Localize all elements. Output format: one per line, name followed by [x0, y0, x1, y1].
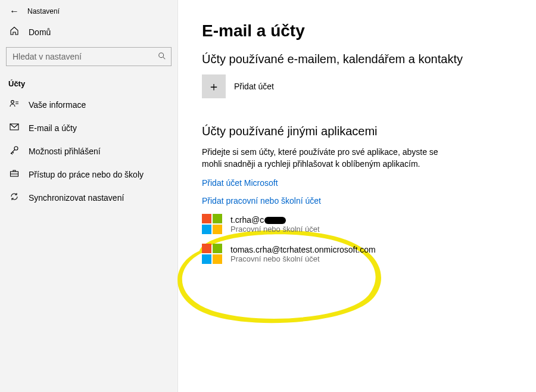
account-row[interactable]: tomas.crha@tcrhatest.onmicrosoft.com Pra… [202, 244, 512, 264]
sidebar-item-label: Synchronizovat nastavení [29, 193, 124, 203]
add-account-button[interactable]: ＋ Přidat účet [202, 74, 512, 98]
sidebar-item-label: Vaše informace [29, 100, 86, 110]
microsoft-logo-icon [202, 214, 222, 234]
account-type: Pracovní nebo školní účet [230, 225, 320, 234]
sidebar-item-sync[interactable]: Synchronizovat nastavení [0, 186, 177, 209]
sidebar-item-label: Možnosti přihlášení [29, 147, 101, 156]
back-button[interactable]: ← [8, 6, 27, 17]
account-email: t.crha@c [230, 215, 320, 225]
section-other-apps-heading: Účty používané jinými aplikacemi [202, 125, 512, 138]
sidebar-item-label: Přístup do práce nebo do školy [29, 170, 144, 179]
briefcase-icon [8, 169, 20, 180]
account-type: Pracovní nebo školní účet [230, 254, 376, 263]
section-email-heading: Účty používané e-mailem, kalendářem a ko… [202, 52, 512, 66]
window-title: Nastavení [27, 7, 60, 15]
main-content: E-mail a účty Účty používané e-mailem, k… [178, 0, 536, 392]
account-row[interactable]: t.crha@c Pracovní nebo školní účet [202, 214, 512, 234]
microsoft-logo-icon [202, 244, 222, 264]
person-icon [8, 99, 20, 110]
sidebar-item-access-work[interactable]: Přístup do práce nebo do školy [0, 163, 177, 186]
link-add-microsoft-account[interactable]: Přidat účet Microsoft [202, 178, 512, 188]
svg-point-0 [159, 52, 164, 57]
home-icon [8, 26, 20, 38]
sidebar-section-header: Účty [0, 73, 177, 93]
add-tile: ＋ [202, 74, 226, 98]
sidebar-item-label: E-mail a účty [29, 123, 77, 133]
sidebar: ← Nastavení Domů Účty Vaše informace [0, 0, 178, 392]
sync-icon [8, 192, 20, 203]
search-input[interactable] [7, 52, 153, 61]
svg-line-1 [163, 57, 166, 59]
link-add-work-school-account[interactable]: Přidat pracovní nebo školní účet [202, 196, 512, 206]
svg-point-2 [11, 101, 14, 104]
search-box[interactable] [6, 47, 172, 66]
sidebar-item-your-info[interactable]: Vaše informace [0, 93, 177, 116]
account-email: tomas.crha@tcrhatest.onmicrosoft.com [230, 245, 376, 254]
section-other-apps-desc: Přidejte si sem účty, které používáte pr… [202, 147, 440, 170]
sidebar-item-signin-options[interactable]: Možnosti přihlášení [0, 139, 177, 163]
home-label: Domů [29, 27, 51, 37]
mail-icon [8, 122, 20, 133]
home-button[interactable]: Domů [0, 20, 177, 43]
search-icon [153, 52, 171, 62]
key-icon [8, 145, 20, 157]
add-account-label: Přidat účet [234, 82, 274, 91]
redacted-text [264, 217, 286, 224]
page-title: E-mail a účty [202, 21, 512, 41]
sidebar-item-email-accounts[interactable]: E-mail a účty [0, 116, 177, 139]
plus-icon: ＋ [208, 79, 220, 95]
